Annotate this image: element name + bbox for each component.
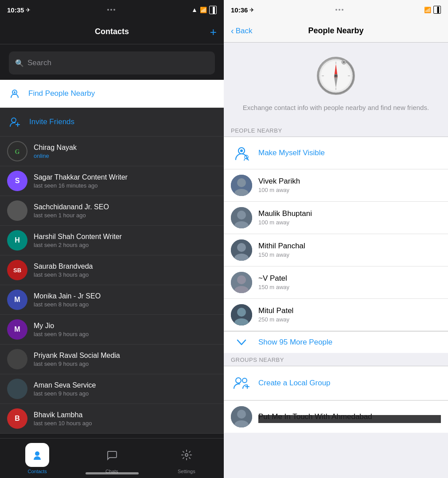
invite-icon: [7, 114, 23, 130]
contact-status: last seen 2 hours ago: [34, 242, 217, 248]
contact-name: Monika Jain - Jr SEO: [34, 292, 217, 300]
list-item[interactable]: B Bhavik Lambha last seen 10 hours ago: [0, 404, 224, 434]
people-nearby-section: PEOPLE NEARBY Make Myself Visible: [224, 124, 448, 353]
list-item[interactable]: M My Jio last seen 9 hours ago: [0, 315, 224, 345]
home-indicator-left: [86, 472, 139, 474]
list-item[interactable]: Maulik Bhuptani 100 m away: [224, 202, 448, 234]
put-me-in-touch-row[interactable]: Put Me In Touch With Ahmedabad: [224, 400, 448, 433]
contact-status: last seen 9 hours ago: [34, 360, 217, 367]
invite-label: Invite Friends: [29, 118, 74, 126]
contact-info: Mithil Panchal 150 m away: [258, 242, 441, 258]
contact-distance: 150 m away: [258, 251, 441, 258]
contact-name: Harshil Shah Content Writer: [34, 233, 217, 241]
list-item[interactable]: SB Saurab Brandveda last seen 3 hours ag…: [0, 255, 224, 285]
contact-info: My Jio last seen 9 hours ago: [34, 322, 217, 337]
list-item[interactable]: Sachchidanand Jr. SEO last seen 1 hour a…: [0, 196, 224, 226]
contact-name: Aman Seva Service: [34, 381, 217, 389]
svg-point-38: [237, 308, 246, 317]
list-item[interactable]: Mithil Panchal 150 m away: [224, 234, 448, 266]
text-overlay: [258, 415, 441, 423]
compass-icon: [316, 56, 356, 96]
back-chevron-icon: ‹: [231, 26, 234, 36]
contact-info: Aman Seva Service last seen 9 hours ago: [34, 381, 217, 397]
avatar: [231, 207, 252, 228]
list-item[interactable]: M Monika Jain - Jr SEO last seen 8 hours…: [0, 285, 224, 315]
list-item[interactable]: Aman Seva Service last seen 9 hours ago: [0, 374, 224, 404]
invite-friends-row[interactable]: Invite Friends: [0, 108, 224, 137]
contact-info: ~V Patel 150 m away: [258, 274, 441, 290]
avatar: B: [7, 408, 27, 429]
contact-info: Saurab Brandveda last seen 3 hours ago: [34, 263, 217, 278]
contact-info: Harshil Shah Content Writer last seen 2 …: [34, 233, 217, 248]
create-local-group-label: Create a Local Group: [258, 379, 331, 388]
status-icons-left: ▲ 📶 ▐: [191, 6, 217, 14]
contact-name: Saurab Brandveda: [34, 263, 217, 270]
avatar: SB: [7, 260, 27, 280]
svg-point-26: [237, 178, 246, 187]
settings-tab-icon: [175, 443, 199, 467]
settings-tab-label: Settings: [178, 469, 195, 474]
svg-point-35: [237, 275, 246, 284]
dot-menu-left: [107, 9, 115, 11]
make-visible-row[interactable]: Make Myself Visible: [224, 137, 448, 169]
contact-status: last seen 1 hour ago: [34, 212, 217, 219]
avatar: [7, 379, 27, 399]
contact-name: Mithil Panchal: [258, 242, 441, 251]
show-more-row[interactable]: Show 95 More People: [224, 331, 448, 353]
list-item[interactable]: H Harshil Shah Content Writer last seen …: [0, 226, 224, 255]
left-panel: 10:35 ✈ ▲ 📶 ▐ Contacts + 🔍 Search: [0, 0, 224, 478]
list-item[interactable]: G Chirag Nayak online: [0, 137, 224, 166]
contact-name: My Jio: [34, 322, 217, 330]
search-bar[interactable]: 🔍 Search: [9, 51, 215, 74]
people-nearby-header: PEOPLE NEARBY: [224, 124, 448, 137]
list-item[interactable]: Mitul Patel 250 m away: [224, 299, 448, 331]
avatar: [231, 304, 252, 325]
contact-info: Maulik Bhuptani 100 m away: [258, 209, 441, 226]
status-bar-right: 10:36 ✈ 📶 ▐: [224, 0, 448, 20]
list-item[interactable]: ~V Patel 150 m away: [224, 266, 448, 299]
time-left: 10:35: [7, 6, 24, 14]
nav-header: ‹ Back People Nearby: [224, 20, 448, 43]
svg-point-29: [237, 211, 246, 219]
status-bar-left: 10:35 ✈ ▲ 📶 ▐: [0, 0, 224, 20]
contact-info: Monika Jain - Jr SEO last seen 8 hours a…: [34, 292, 217, 308]
list-item[interactable]: Vivek Parikh 100 m away: [224, 169, 448, 202]
avatar: M: [7, 290, 27, 310]
contact-info: Sagar Thakkar Content Writer last seen 1…: [34, 173, 217, 189]
contact-status: last seen 10 hours ago: [34, 420, 217, 427]
avatar: [231, 272, 252, 293]
svg-point-19: [335, 75, 337, 77]
contact-name: Priyank Raval Social Media: [34, 352, 217, 360]
contacts-tab-icon: [25, 443, 49, 467]
svg-point-8: [185, 454, 188, 456]
add-contact-button[interactable]: +: [210, 26, 217, 38]
put-me-info: Put Me In Touch With Ahmedabad: [258, 412, 441, 421]
wifi-icon-right: 📶: [424, 7, 431, 13]
tab-settings[interactable]: Settings: [149, 443, 224, 474]
show-more-label: Show 95 More People: [258, 338, 332, 347]
contact-status: online: [34, 153, 217, 159]
contact-distance: 100 m away: [258, 219, 441, 226]
find-people-nearby-row[interactable]: Find People Nearby: [0, 80, 224, 108]
people-nearby-list: Make Myself Visible Vivek Parikh 100 m a…: [224, 137, 448, 331]
list-item[interactable]: Priyank Raval Social Media last seen 9 h…: [0, 345, 224, 374]
status-icons-right: 📶 ▐: [424, 6, 441, 14]
search-icon: 🔍: [15, 59, 24, 67]
contact-status: last seen 9 hours ago: [34, 331, 217, 337]
contact-name: ~V Patel: [258, 274, 441, 283]
group-avatar: [231, 406, 252, 427]
avatar: [7, 349, 27, 369]
make-visible-label: Make Myself Visible: [258, 149, 325, 157]
contact-info: Bhavik Lambha last seen 10 hours ago: [34, 411, 217, 427]
create-local-group-icon: [231, 372, 252, 394]
tab-contacts[interactable]: Contacts: [0, 443, 74, 474]
svg-text:G: G: [15, 149, 20, 155]
location-icon-right: ✈: [249, 7, 254, 13]
list-item[interactable]: S Sagar Thakkar Content Writer last seen…: [0, 166, 224, 196]
contact-status: last seen 9 hours ago: [34, 390, 217, 397]
back-button[interactable]: ‹ Back: [231, 26, 252, 36]
tab-chats[interactable]: Chats: [74, 443, 149, 474]
contacts-header: Contacts +: [0, 20, 224, 44]
svg-point-7: [35, 451, 39, 456]
create-local-group-row[interactable]: Create a Local Group: [224, 366, 448, 400]
